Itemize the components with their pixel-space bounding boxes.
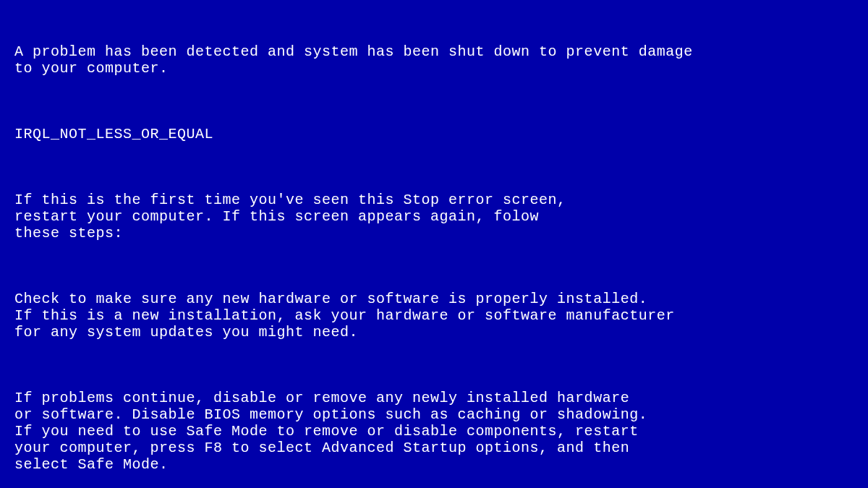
bsod-problems-continue: If problems continue, disable or remove … — [14, 390, 854, 473]
bsod-error-code: IRQL_NOT_LESS_OR_EQUAL — [14, 126, 854, 142]
bsod-first-time-instructions: If this is the first time you've seen th… — [14, 192, 854, 241]
bsod-screen: A problem has been detected and system h… — [14, 10, 854, 488]
bsod-check-hardware: Check to make sure any new hardware or s… — [14, 291, 854, 341]
bsod-header-message: A problem has been detected and system h… — [14, 43, 854, 77]
